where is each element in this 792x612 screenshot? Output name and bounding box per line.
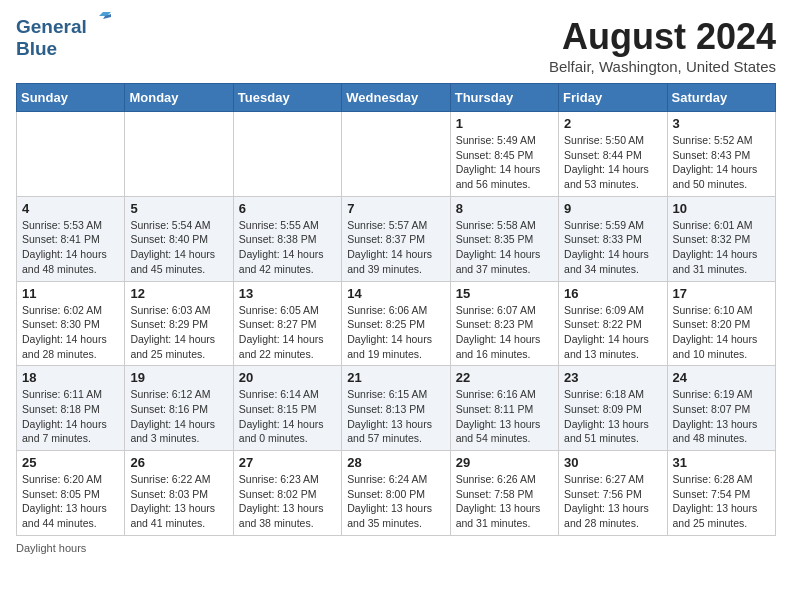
day-number: 22 [456,370,553,385]
day-header-monday: Monday [125,84,233,112]
calendar-cell: 4Sunrise: 5:53 AM Sunset: 8:41 PM Daylig… [17,196,125,281]
calendar-cell: 16Sunrise: 6:09 AM Sunset: 8:22 PM Dayli… [559,281,667,366]
calendar-cell: 29Sunrise: 6:26 AM Sunset: 7:58 PM Dayli… [450,451,558,536]
logo-bird-icon [89,12,111,34]
day-info: Sunrise: 6:19 AM Sunset: 8:07 PM Dayligh… [673,387,770,446]
day-info: Sunrise: 5:50 AM Sunset: 8:44 PM Dayligh… [564,133,661,192]
day-number: 1 [456,116,553,131]
day-info: Sunrise: 6:01 AM Sunset: 8:32 PM Dayligh… [673,218,770,277]
day-header-thursday: Thursday [450,84,558,112]
calendar-cell: 18Sunrise: 6:11 AM Sunset: 8:18 PM Dayli… [17,366,125,451]
calendar-cell: 25Sunrise: 6:20 AM Sunset: 8:05 PM Dayli… [17,451,125,536]
calendar-cell: 14Sunrise: 6:06 AM Sunset: 8:25 PM Dayli… [342,281,450,366]
day-info: Sunrise: 6:12 AM Sunset: 8:16 PM Dayligh… [130,387,227,446]
calendar-table: SundayMondayTuesdayWednesdayThursdayFrid… [16,83,776,536]
day-number: 26 [130,455,227,470]
calendar-cell [125,112,233,197]
logo: General Blue [16,16,111,60]
day-info: Sunrise: 6:23 AM Sunset: 8:02 PM Dayligh… [239,472,336,531]
day-info: Sunrise: 6:27 AM Sunset: 7:56 PM Dayligh… [564,472,661,531]
day-info: Sunrise: 6:22 AM Sunset: 8:03 PM Dayligh… [130,472,227,531]
day-info: Sunrise: 6:10 AM Sunset: 8:20 PM Dayligh… [673,303,770,362]
day-header-tuesday: Tuesday [233,84,341,112]
calendar-cell: 22Sunrise: 6:16 AM Sunset: 8:11 PM Dayli… [450,366,558,451]
day-info: Sunrise: 6:26 AM Sunset: 7:58 PM Dayligh… [456,472,553,531]
logo-blue: Blue [16,38,57,60]
calendar-cell: 23Sunrise: 6:18 AM Sunset: 8:09 PM Dayli… [559,366,667,451]
day-info: Sunrise: 6:09 AM Sunset: 8:22 PM Dayligh… [564,303,661,362]
day-number: 10 [673,201,770,216]
calendar-cell: 7Sunrise: 5:57 AM Sunset: 8:37 PM Daylig… [342,196,450,281]
calendar-cell [17,112,125,197]
calendar-cell: 8Sunrise: 5:58 AM Sunset: 8:35 PM Daylig… [450,196,558,281]
day-info: Sunrise: 6:24 AM Sunset: 8:00 PM Dayligh… [347,472,444,531]
day-number: 12 [130,286,227,301]
calendar-cell: 1Sunrise: 5:49 AM Sunset: 8:45 PM Daylig… [450,112,558,197]
calendar-cell: 10Sunrise: 6:01 AM Sunset: 8:32 PM Dayli… [667,196,775,281]
calendar-cell: 2Sunrise: 5:50 AM Sunset: 8:44 PM Daylig… [559,112,667,197]
calendar-cell: 15Sunrise: 6:07 AM Sunset: 8:23 PM Dayli… [450,281,558,366]
day-number: 27 [239,455,336,470]
calendar-cell: 19Sunrise: 6:12 AM Sunset: 8:16 PM Dayli… [125,366,233,451]
day-info: Sunrise: 6:16 AM Sunset: 8:11 PM Dayligh… [456,387,553,446]
day-number: 23 [564,370,661,385]
title-block: August 2024 Belfair, Washington, United … [549,16,776,75]
day-number: 4 [22,201,119,216]
day-number: 19 [130,370,227,385]
day-info: Sunrise: 5:57 AM Sunset: 8:37 PM Dayligh… [347,218,444,277]
day-number: 17 [673,286,770,301]
day-number: 29 [456,455,553,470]
calendar-cell: 21Sunrise: 6:15 AM Sunset: 8:13 PM Dayli… [342,366,450,451]
day-info: Sunrise: 6:18 AM Sunset: 8:09 PM Dayligh… [564,387,661,446]
calendar-header-row: SundayMondayTuesdayWednesdayThursdayFrid… [17,84,776,112]
day-number: 30 [564,455,661,470]
day-number: 14 [347,286,444,301]
day-info: Sunrise: 5:55 AM Sunset: 8:38 PM Dayligh… [239,218,336,277]
calendar-week-row: 11Sunrise: 6:02 AM Sunset: 8:30 PM Dayli… [17,281,776,366]
day-header-wednesday: Wednesday [342,84,450,112]
calendar-cell: 17Sunrise: 6:10 AM Sunset: 8:20 PM Dayli… [667,281,775,366]
day-number: 15 [456,286,553,301]
page-header: General Blue August 2024 Belfair, Washin… [16,16,776,75]
day-number: 16 [564,286,661,301]
day-header-sunday: Sunday [17,84,125,112]
day-number: 21 [347,370,444,385]
day-number: 2 [564,116,661,131]
calendar-cell: 24Sunrise: 6:19 AM Sunset: 8:07 PM Dayli… [667,366,775,451]
day-number: 20 [239,370,336,385]
day-number: 8 [456,201,553,216]
logo-general: General [16,16,87,38]
calendar-cell: 11Sunrise: 6:02 AM Sunset: 8:30 PM Dayli… [17,281,125,366]
day-info: Sunrise: 6:06 AM Sunset: 8:25 PM Dayligh… [347,303,444,362]
day-number: 13 [239,286,336,301]
calendar-week-row: 4Sunrise: 5:53 AM Sunset: 8:41 PM Daylig… [17,196,776,281]
calendar-cell: 6Sunrise: 5:55 AM Sunset: 8:38 PM Daylig… [233,196,341,281]
day-info: Sunrise: 6:05 AM Sunset: 8:27 PM Dayligh… [239,303,336,362]
day-info: Sunrise: 5:59 AM Sunset: 8:33 PM Dayligh… [564,218,661,277]
day-number: 7 [347,201,444,216]
day-info: Sunrise: 6:02 AM Sunset: 8:30 PM Dayligh… [22,303,119,362]
day-info: Sunrise: 6:03 AM Sunset: 8:29 PM Dayligh… [130,303,227,362]
calendar-cell: 13Sunrise: 6:05 AM Sunset: 8:27 PM Dayli… [233,281,341,366]
calendar-cell: 9Sunrise: 5:59 AM Sunset: 8:33 PM Daylig… [559,196,667,281]
day-number: 11 [22,286,119,301]
month-title: August 2024 [549,16,776,58]
day-header-friday: Friday [559,84,667,112]
calendar-cell: 28Sunrise: 6:24 AM Sunset: 8:00 PM Dayli… [342,451,450,536]
day-number: 25 [22,455,119,470]
day-header-saturday: Saturday [667,84,775,112]
calendar-week-row: 25Sunrise: 6:20 AM Sunset: 8:05 PM Dayli… [17,451,776,536]
footer-note: Daylight hours [16,542,776,554]
day-number: 18 [22,370,119,385]
day-number: 3 [673,116,770,131]
day-info: Sunrise: 6:20 AM Sunset: 8:05 PM Dayligh… [22,472,119,531]
day-info: Sunrise: 5:54 AM Sunset: 8:40 PM Dayligh… [130,218,227,277]
calendar-week-row: 18Sunrise: 6:11 AM Sunset: 8:18 PM Dayli… [17,366,776,451]
day-number: 28 [347,455,444,470]
day-number: 6 [239,201,336,216]
calendar-cell: 26Sunrise: 6:22 AM Sunset: 8:03 PM Dayli… [125,451,233,536]
calendar-cell [233,112,341,197]
calendar-cell: 20Sunrise: 6:14 AM Sunset: 8:15 PM Dayli… [233,366,341,451]
day-number: 9 [564,201,661,216]
day-number: 24 [673,370,770,385]
